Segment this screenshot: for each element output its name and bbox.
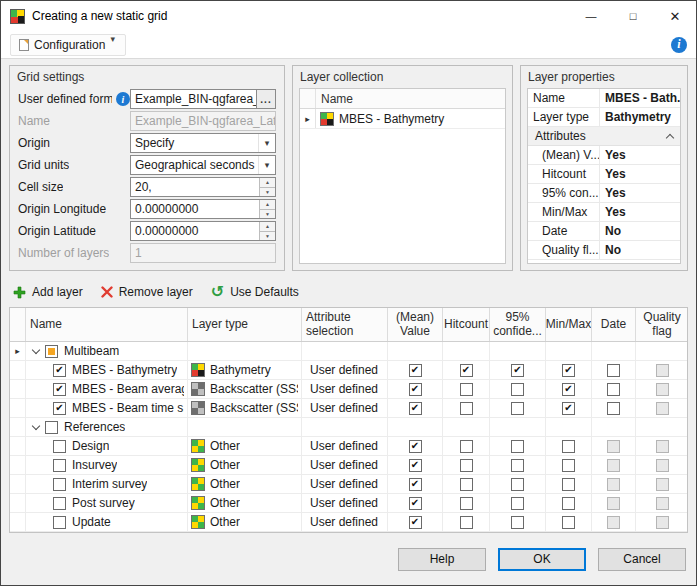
- hitcount-checkbox[interactable]: [460, 478, 473, 491]
- spinner[interactable]: [259, 222, 275, 240]
- layer-type-value[interactable]: Bathymetry: [600, 108, 680, 126]
- chevron-down-icon[interactable]: [258, 134, 275, 152]
- min-max-checkbox[interactable]: [562, 478, 575, 491]
- info-icon[interactable]: [671, 37, 687, 53]
- maximize-button[interactable]: □: [612, 1, 654, 31]
- hitcount-checkbox[interactable]: [460, 497, 473, 510]
- update-checkbox[interactable]: [53, 516, 66, 529]
- ok-button[interactable]: OK: [498, 548, 586, 571]
- minimize-button[interactable]: —: [570, 1, 612, 31]
- min-max-checkbox[interactable]: [562, 402, 575, 415]
- interim-survey-checkbox[interactable]: [53, 478, 66, 491]
- 95-confide-checkbox[interactable]: [511, 440, 524, 453]
- browse-button[interactable]: ...: [256, 90, 275, 108]
- date-checkbox[interactable]: [607, 364, 620, 377]
- hitcount-checkbox[interactable]: [460, 402, 473, 415]
- expander-icon[interactable]: [32, 422, 40, 430]
- insurvey-checkbox[interactable]: [53, 459, 66, 472]
- mean-v-value[interactable]: Yes: [600, 146, 680, 164]
- mbes-beam-average-checkbox[interactable]: [53, 383, 66, 396]
- remove-layer-button[interactable]: Remove layer: [101, 285, 193, 299]
- spin-down-icon[interactable]: [260, 231, 275, 241]
- mean-value-checkbox[interactable]: [409, 478, 422, 491]
- design-checkbox[interactable]: [53, 440, 66, 453]
- date-checkbox[interactable]: [607, 497, 620, 510]
- min-max-checkbox[interactable]: [562, 516, 575, 529]
- use-defaults-button[interactable]: Use Defaults: [211, 285, 299, 299]
- mean-value-checkbox[interactable]: [409, 364, 422, 377]
- mean-value-checkbox[interactable]: [409, 402, 422, 415]
- info-icon[interactable]: [116, 92, 130, 106]
- hitcount-checkbox[interactable]: [460, 364, 473, 377]
- grid-units-field[interactable]: Geographical seconds: [130, 155, 276, 175]
- quality-flag-checkbox[interactable]: [656, 440, 669, 453]
- min-max-checkbox[interactable]: [562, 459, 575, 472]
- date-checkbox[interactable]: [607, 478, 620, 491]
- quality-fl-value[interactable]: No: [600, 241, 680, 259]
- quality-flag-checkbox[interactable]: [656, 459, 669, 472]
- min-max-checkbox[interactable]: [562, 383, 575, 396]
- help-button[interactable]: Help: [398, 548, 486, 571]
- date-value[interactable]: No: [600, 222, 680, 240]
- date-checkbox[interactable]: [607, 402, 620, 415]
- spin-down-icon[interactable]: [260, 187, 275, 197]
- 95-confide-checkbox[interactable]: [511, 364, 524, 377]
- add-layer-button[interactable]: Add layer: [13, 285, 83, 299]
- user-defined-format-field[interactable]: Example_BIN-qgfarea_LatLong...: [130, 89, 276, 109]
- chevron-down-icon[interactable]: [258, 156, 275, 174]
- mean-value-checkbox[interactable]: [409, 440, 422, 453]
- spin-up-icon[interactable]: [260, 178, 275, 187]
- 95-confide-checkbox[interactable]: [511, 402, 524, 415]
- mean-value-checkbox[interactable]: [409, 383, 422, 396]
- hitcount-checkbox[interactable]: [460, 440, 473, 453]
- collapse-icon[interactable]: [666, 133, 674, 141]
- hitcount-checkbox[interactable]: [460, 383, 473, 396]
- origin-longitude-field[interactable]: 0.00000000: [130, 199, 276, 219]
- min-max-value[interactable]: Yes: [600, 203, 680, 221]
- multibeam-checkbox[interactable]: [45, 345, 58, 358]
- spin-up-icon[interactable]: [260, 222, 275, 231]
- spinner[interactable]: [259, 178, 275, 196]
- date-checkbox[interactable]: [607, 440, 620, 453]
- mbes-beam-time-s-checkbox[interactable]: [53, 402, 66, 415]
- quality-flag-checkbox[interactable]: [656, 383, 669, 396]
- 95-con-value[interactable]: Yes: [600, 184, 680, 202]
- 95-confide-checkbox[interactable]: [511, 459, 524, 472]
- min-max-checkbox[interactable]: [562, 497, 575, 510]
- date-checkbox[interactable]: [607, 516, 620, 529]
- mean-value-checkbox[interactable]: [409, 497, 422, 510]
- quality-flag-checkbox[interactable]: [656, 478, 669, 491]
- mbes-bathymetry-checkbox[interactable]: [53, 364, 66, 377]
- 95-confide-checkbox[interactable]: [511, 478, 524, 491]
- quality-flag-checkbox[interactable]: [656, 402, 669, 415]
- references-checkbox[interactable]: [45, 421, 58, 434]
- post-survey-checkbox[interactable]: [53, 497, 66, 510]
- min-max-checkbox[interactable]: [562, 364, 575, 377]
- attributes-category-row[interactable]: Attributes: [528, 127, 680, 146]
- hitcount-checkbox[interactable]: [460, 516, 473, 529]
- 95-confide-checkbox[interactable]: [511, 383, 524, 396]
- configuration-button[interactable]: Configuration: [10, 34, 126, 56]
- spin-up-icon[interactable]: [260, 200, 275, 209]
- hitcount-value[interactable]: Yes: [600, 165, 680, 183]
- min-max-checkbox[interactable]: [562, 440, 575, 453]
- origin-field[interactable]: Specify: [130, 133, 276, 153]
- expander-icon[interactable]: [32, 346, 40, 354]
- 95-confide-checkbox[interactable]: [511, 516, 524, 529]
- hitcount-checkbox[interactable]: [460, 459, 473, 472]
- spin-down-icon[interactable]: [260, 209, 275, 219]
- cancel-button[interactable]: Cancel: [598, 548, 686, 571]
- name-value[interactable]: MBES - Bath...: [600, 89, 680, 107]
- close-button[interactable]: ✕: [654, 1, 696, 31]
- mean-value-checkbox[interactable]: [409, 516, 422, 529]
- quality-flag-checkbox[interactable]: [656, 364, 669, 377]
- quality-flag-checkbox[interactable]: [656, 497, 669, 510]
- spinner[interactable]: [259, 200, 275, 218]
- origin-latitude-field[interactable]: 0.00000000: [130, 221, 276, 241]
- mean-value-checkbox[interactable]: [409, 459, 422, 472]
- cell-size-field[interactable]: 20,: [130, 177, 276, 197]
- layer-collection-row[interactable]: MBES - Bathymetry: [300, 109, 505, 129]
- date-checkbox[interactable]: [607, 383, 620, 396]
- quality-flag-checkbox[interactable]: [656, 516, 669, 529]
- date-checkbox[interactable]: [607, 459, 620, 472]
